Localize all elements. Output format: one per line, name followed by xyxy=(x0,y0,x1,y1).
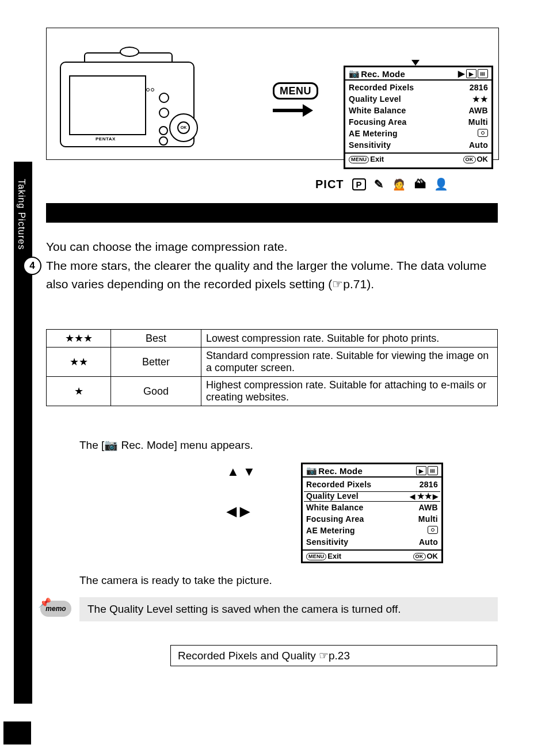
menu-item-value: Multi xyxy=(468,117,488,128)
menu-item-value: AWB xyxy=(468,105,488,117)
mode-strip: PICT P ✎ 🙍 🏔 👤 xyxy=(315,177,448,191)
diagram-frame: OK PENTAX MENU 📷 Rec. Mode ▶ ▶ 𝍖 Recorde… xyxy=(46,28,499,160)
stars-cell: ★ xyxy=(47,377,111,406)
foot-ok-label: OK xyxy=(427,552,439,560)
menu-item-value: Auto xyxy=(419,537,438,548)
metering-icon xyxy=(478,128,488,140)
left-right-arrows-icon: ◀ ▶ xyxy=(227,504,250,519)
step-text: The camera is ready to take the picture. xyxy=(79,574,494,587)
play-tab-icon: ▶ xyxy=(416,466,426,475)
desc-cell: Standard compression rate. Suitable for … xyxy=(201,348,498,377)
body-text: You can choose the image compression rat… xyxy=(46,238,498,294)
mode-icon: 🙍 xyxy=(392,177,406,191)
menu-item-label: Recorded Pixels xyxy=(306,479,371,491)
step-text: The [📷 Rec. Mode] menu appears. xyxy=(79,438,494,452)
foot-exit-label: Exit xyxy=(370,155,384,163)
menu-btn-icon: MENU xyxy=(306,553,326,560)
chapter-side-label: Taking Pictures xyxy=(16,179,26,250)
camera-icon: 📷 xyxy=(349,68,360,79)
menu-item-label: Sensitivity xyxy=(349,140,391,151)
lcd-menu-2: 📷 Rec. Mode ▶ 𝍖 Recorded Pixels2816 Qual… xyxy=(301,463,443,563)
menu-item-label: White Balance xyxy=(306,502,364,514)
camera-drawing: OK PENTAX xyxy=(55,39,211,148)
ok-button-icon: OK xyxy=(177,121,190,134)
menu-item-label: Quality Level xyxy=(349,94,401,105)
mode-icon: 🏔 xyxy=(414,178,426,191)
mode-icon: ✎ xyxy=(374,177,384,191)
camera-icon: 📷 xyxy=(306,465,317,476)
menu-item-value: ★★ xyxy=(472,94,488,105)
menu-item-label: Focusing Area xyxy=(306,514,364,525)
lcd-title-text: Rec. Mode xyxy=(361,69,457,79)
paragraph: You can choose the image compression rat… xyxy=(46,238,498,257)
name-cell: Good xyxy=(111,377,201,406)
menu-item-value: ◀ ★★▶ xyxy=(410,491,438,502)
table-row: ★ Good Highest compression rate. Suitabl… xyxy=(47,377,498,406)
menu-item-label: Focusing Area xyxy=(349,117,407,128)
chapter-number-badge: 4 xyxy=(23,257,41,275)
ok-btn-icon: OK xyxy=(463,156,476,163)
desc-cell: Lowest compression rate. Suitable for ph… xyxy=(201,330,498,348)
quality-table: ★★★ Best Lowest compression rate. Suitab… xyxy=(46,329,498,406)
menu-item-label: White Balance xyxy=(349,105,406,117)
menu-item-value: 2816 xyxy=(470,82,488,94)
lcd-title-text: Rec. Mode xyxy=(318,466,415,476)
stars-cell: ★★ xyxy=(47,348,111,377)
setup-tab-icon: 𝍖 xyxy=(428,466,438,475)
name-cell: Best xyxy=(111,330,201,348)
cross-reference-box: Recorded Pixels and Quality ☞p.23 xyxy=(170,645,497,666)
menu-item-value: 2816 xyxy=(420,479,438,491)
memo-text: The Quality Level setting is saved when … xyxy=(79,597,498,621)
pin-icon: 📌 xyxy=(39,597,50,608)
menu-item-label: Quality Level xyxy=(306,491,359,502)
menu-item-value: Multi xyxy=(418,514,438,525)
menu-item-label: Recorded Pixels xyxy=(349,82,414,94)
lcd-menu-1: 📷 Rec. Mode ▶ ▶ 𝍖 Recorded Pixels2816 Qu… xyxy=(344,66,493,169)
name-cell: Better xyxy=(111,348,201,377)
menu-item-value: AWB xyxy=(418,502,438,514)
mode-icon: 👤 xyxy=(434,177,448,191)
menu-item-label: AE Metering xyxy=(349,128,398,140)
foot-ok-label: OK xyxy=(477,155,489,163)
menu-item-label: AE Metering xyxy=(306,525,355,537)
p-mode-icon: P xyxy=(352,178,366,190)
paragraph: The more stars, the clearer the quality … xyxy=(46,257,498,294)
foot-exit-label: Exit xyxy=(327,552,341,560)
page-number-block xyxy=(3,721,31,744)
memo-tag: 📌 memo xyxy=(40,601,71,617)
ok-btn-icon: OK xyxy=(413,553,426,560)
stars-cell: ★★★ xyxy=(47,330,111,348)
menu-item-label: Sensitivity xyxy=(306,537,348,548)
play-tab-icon: ▶ xyxy=(466,69,476,78)
desc-cell: Highest compression rate. Suitable for a… xyxy=(201,377,498,406)
table-row: ★★ Better Standard compression rate. Sui… xyxy=(47,348,498,377)
menu-btn-icon: MENU xyxy=(349,156,369,163)
pict-mode-icon: PICT xyxy=(315,178,344,191)
chapter-tab: Taking Pictures xyxy=(14,162,32,704)
setup-tab-icon: 𝍖 xyxy=(478,69,488,78)
scroll-indicator-icon xyxy=(411,60,420,66)
menu-item-value: Auto xyxy=(469,140,488,151)
brand-label: PENTAX xyxy=(96,136,116,142)
arrow-right-icon xyxy=(273,104,314,117)
table-row: ★★★ Best Lowest compression rate. Suitab… xyxy=(47,330,498,348)
menu-button-label: MENU xyxy=(273,82,318,100)
metering-icon xyxy=(428,525,438,537)
up-down-arrows-icon: ▲ ▼ xyxy=(227,464,256,479)
section-heading-bar xyxy=(46,203,498,223)
